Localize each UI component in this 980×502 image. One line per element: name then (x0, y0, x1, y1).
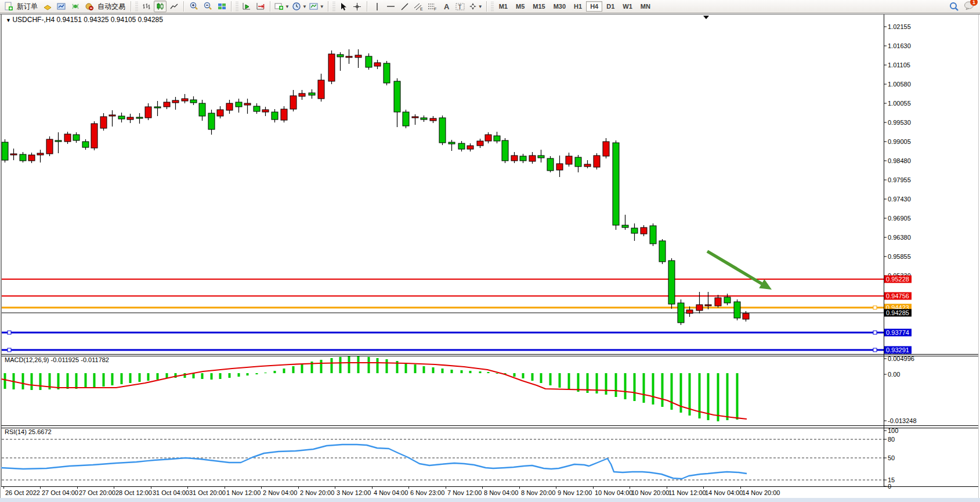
svg-text:0.96905: 0.96905 (888, 215, 911, 222)
market-watch-icon[interactable] (41, 1, 54, 12)
svg-text:2 Nov 04:00: 2 Nov 04:00 (263, 489, 297, 496)
templates-button[interactable]: ▼ (309, 1, 325, 12)
svg-text:0.98480: 0.98480 (888, 157, 911, 164)
notification-badge: 1 (970, 0, 978, 6)
svg-text:0.99530: 0.99530 (888, 119, 911, 126)
chart-title: ▼ USDCHF-,H4 0.94151 0.94325 0.94105 0.9… (6, 16, 163, 24)
svg-text:14 Nov 20:00: 14 Nov 20:00 (742, 489, 780, 496)
tab-timeframe-h4[interactable]: H4 (586, 1, 602, 12)
svg-text:9 Nov 12:00: 9 Nov 12:00 (558, 489, 592, 496)
svg-text:1.00055: 1.00055 (888, 100, 911, 107)
crosshair-tool-icon[interactable] (351, 1, 364, 12)
price-chart[interactable]: 1.021551.016301.011051.005801.000550.995… (0, 0, 980, 502)
tab-timeframe-m5[interactable]: M5 (512, 1, 529, 12)
vertical-line-tool-icon[interactable] (371, 1, 384, 12)
signals-icon[interactable] (69, 1, 82, 12)
svg-text:10 Nov 04:00: 10 Nov 04:00 (595, 489, 632, 496)
tile-windows-icon[interactable] (215, 1, 228, 12)
text-tool-icon[interactable]: A (440, 1, 453, 12)
svg-text:50: 50 (888, 454, 895, 461)
chart-dropdown-icon[interactable]: ▼ (6, 17, 12, 23)
svg-text:7 Nov 12:00: 7 Nov 12:00 (447, 489, 482, 496)
tab-timeframe-mn[interactable]: MN (637, 1, 654, 12)
svg-text:T: T (458, 3, 462, 10)
svg-text:31 Oct 20:00: 31 Oct 20:00 (189, 489, 226, 496)
svg-text:10 Nov 20:00: 10 Nov 20:00 (631, 489, 669, 496)
svg-text:6 Nov 23:00: 6 Nov 23:00 (410, 489, 444, 496)
svg-text:4 Nov 04:00: 4 Nov 04:00 (374, 489, 408, 496)
tab-timeframe-m15[interactable]: M15 (529, 1, 549, 12)
svg-text:0.00: 0.00 (888, 371, 900, 378)
svg-text:11 Nov 12:00: 11 Nov 12:00 (668, 489, 706, 496)
autotrading-icon[interactable] (83, 1, 96, 12)
chevron-down-icon: ▼ (478, 4, 483, 9)
autotrading-label[interactable]: 自动交易 (96, 2, 128, 12)
svg-text:8 Nov 04:00: 8 Nov 04:00 (484, 489, 518, 496)
svg-text:-0.013248: -0.013248 (888, 417, 917, 424)
fibonacci-tool-icon[interactable]: F (426, 1, 439, 12)
tab-timeframe-m1[interactable]: M1 (495, 1, 512, 12)
tab-timeframe-d1[interactable]: D1 (602, 1, 619, 12)
svg-text:0.96380: 0.96380 (888, 234, 911, 241)
svg-text:1.01630: 1.01630 (888, 42, 911, 49)
svg-text:27 Oct 20:00: 27 Oct 20:00 (79, 489, 115, 496)
svg-text:0.94285: 0.94285 (886, 309, 909, 316)
svg-text:0.97955: 0.97955 (888, 176, 911, 183)
chevron-down-icon: ▼ (320, 4, 324, 9)
periods-button[interactable]: ▼ (291, 1, 308, 12)
new-chart-button[interactable]: ▼ (274, 1, 290, 12)
svg-text:8 Nov 20:00: 8 Nov 20:00 (521, 489, 555, 496)
zoom-in-icon[interactable] (187, 1, 200, 12)
svg-text:1.00580: 1.00580 (888, 81, 911, 88)
svg-text:26 Oct 2022: 26 Oct 2022 (5, 489, 40, 496)
chevron-down-icon: ▼ (302, 4, 307, 9)
charts-window-icon[interactable] (55, 1, 68, 12)
svg-text:F: F (434, 7, 436, 11)
tab-timeframe-w1[interactable]: W1 (619, 1, 637, 12)
notifications-button[interactable]: 1 (964, 1, 974, 12)
rsi-indicator-label: RSI(14) 25.6672 (5, 428, 52, 435)
zoom-out-icon[interactable] (201, 1, 214, 12)
svg-text:0.93774: 0.93774 (886, 329, 909, 336)
horizontal-line-tool-icon[interactable] (385, 1, 397, 12)
svg-text:E: E (420, 7, 423, 11)
chart-canvas[interactable]: 1.021551.016301.011051.005801.000550.995… (0, 0, 980, 502)
macd-indicator-label: MACD(12,26,9) -0.011925 -0.011782 (5, 356, 109, 363)
svg-text:14 Nov 04:00: 14 Nov 04:00 (705, 489, 743, 496)
svg-text:0: 0 (888, 483, 891, 490)
svg-text:100: 100 (888, 427, 898, 434)
arrows-tool-button[interactable]: ▼ (468, 1, 483, 12)
main-toolbar: 新订单 自动交易 ▼ ▼ ▼ (0, 0, 980, 13)
label-tool-icon[interactable]: T (454, 1, 467, 12)
svg-text:2 Nov 20:00: 2 Nov 20:00 (300, 489, 334, 496)
candlestick-chart-type-icon[interactable] (154, 1, 167, 12)
svg-text:1 Nov 12:00: 1 Nov 12:00 (226, 489, 261, 496)
svg-text:0.004996: 0.004996 (888, 355, 914, 362)
svg-text:0.93291: 0.93291 (886, 346, 909, 353)
search-icon[interactable] (949, 2, 959, 12)
channel-tool-icon[interactable]: E (413, 1, 425, 12)
trendline-tool-icon[interactable] (399, 1, 411, 12)
svg-text:31 Oct 04:00: 31 Oct 04:00 (153, 489, 189, 496)
svg-text:3 Nov 12:00: 3 Nov 12:00 (337, 489, 371, 496)
svg-text:1.01105: 1.01105 (888, 62, 910, 68)
auto-scroll-icon[interactable] (240, 1, 253, 12)
svg-text:27 Oct 04:00: 27 Oct 04:00 (42, 489, 78, 496)
tab-timeframe-m30[interactable]: M30 (549, 1, 570, 12)
svg-text:28 Oct 12:00: 28 Oct 12:00 (115, 489, 152, 496)
svg-text:80: 80 (888, 436, 895, 443)
chevron-down-icon: ▼ (285, 4, 290, 9)
bar-chart-type-icon[interactable] (140, 1, 153, 12)
new-order-icon (4, 2, 13, 11)
cursor-tool-icon[interactable] (337, 1, 350, 12)
svg-text:0.99005: 0.99005 (888, 138, 911, 145)
svg-text:0.95228: 0.95228 (886, 276, 909, 283)
svg-text:1.02155: 1.02155 (888, 23, 911, 30)
line-chart-type-icon[interactable] (168, 1, 180, 12)
svg-text:0.97430: 0.97430 (888, 196, 911, 203)
chart-shift-icon[interactable] (254, 1, 267, 12)
tab-timeframe-h1[interactable]: H1 (570, 1, 586, 12)
new-order-button[interactable] (2, 1, 15, 12)
new-order-label[interactable]: 新订单 (16, 2, 41, 12)
svg-text:0.94756: 0.94756 (886, 292, 909, 299)
